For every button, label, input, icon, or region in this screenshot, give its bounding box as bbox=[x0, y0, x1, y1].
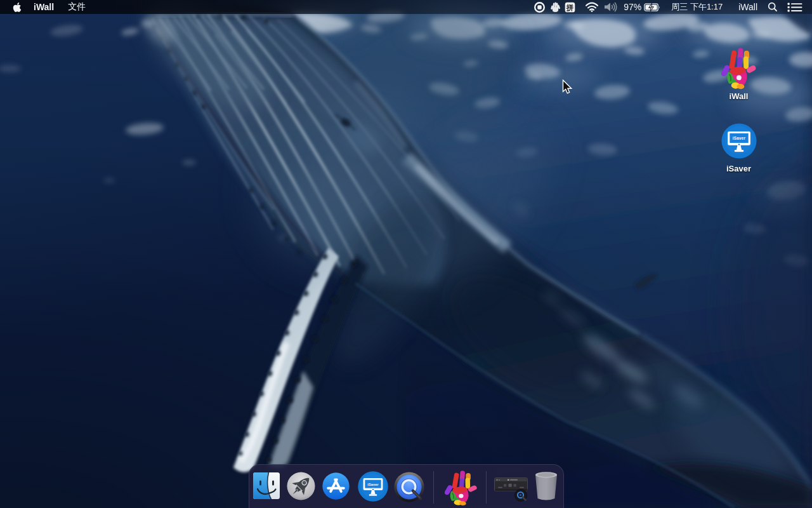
svg-text:拼: 拼 bbox=[566, 3, 574, 11]
